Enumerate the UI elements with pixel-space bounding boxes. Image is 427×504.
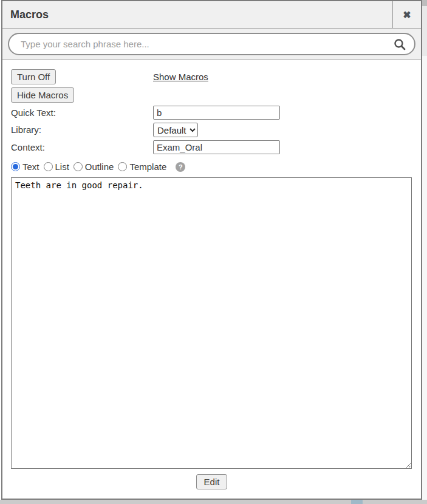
outline-radio[interactable] <box>73 162 83 171</box>
help-icon[interactable]: ? <box>176 162 185 172</box>
quick-text-row: Quick Text: <box>11 106 412 120</box>
close-icon: ✖ <box>403 9 411 21</box>
toolbar-row-2: Hide Macros <box>11 87 412 103</box>
radio-option-text: Text <box>11 162 39 172</box>
turn-off-button[interactable]: Turn Off <box>11 69 56 84</box>
search-strip <box>2 29 421 60</box>
library-row: Library: Default <box>11 123 412 137</box>
list-radio[interactable] <box>44 162 53 171</box>
library-select[interactable]: Default <box>153 123 198 137</box>
library-label: Library: <box>11 124 41 135</box>
type-options-row: Text List Outline Template ? <box>11 162 412 172</box>
search-input[interactable] <box>19 38 394 50</box>
background-page-scrollbar <box>422 0 427 500</box>
background-page-accent <box>351 500 363 504</box>
dialog-title: Macros <box>2 1 392 28</box>
context-label: Context: <box>11 142 45 152</box>
edit-button[interactable]: Edit <box>196 474 228 489</box>
template-radio-label[interactable]: Template <box>129 162 166 172</box>
show-macros-link[interactable]: Show Macros <box>153 72 208 82</box>
quick-text-input[interactable] <box>153 106 280 120</box>
search-bar <box>8 33 415 55</box>
text-radio[interactable] <box>11 162 20 171</box>
radio-option-template: Template <box>118 162 166 172</box>
context-row: Context: <box>11 140 412 154</box>
toolbar-row-1: Turn Off Show Macros <box>11 69 412 84</box>
search-icon[interactable] <box>394 38 406 50</box>
scrollbar-thumb[interactable] <box>422 0 427 6</box>
dialog-titlebar: Macros ✖ <box>2 1 421 29</box>
text-radio-label[interactable]: Text <box>22 162 39 172</box>
context-input[interactable] <box>153 140 280 154</box>
hide-macros-button[interactable]: Hide Macros <box>11 87 74 103</box>
macro-content-textarea[interactable]: Teeth are in good repair. <box>11 177 412 469</box>
quick-text-label: Quick Text: <box>11 107 56 118</box>
list-radio-label[interactable]: List <box>55 162 69 172</box>
dialog-footer: Edit <box>11 469 412 489</box>
radio-option-list: List <box>44 162 69 172</box>
outline-radio-label[interactable]: Outline <box>85 162 114 172</box>
macros-dialog: Macros ✖ Turn Off Show Macros Hide Macr <box>1 0 422 500</box>
template-radio[interactable] <box>118 162 127 171</box>
close-button[interactable]: ✖ <box>392 1 421 28</box>
dialog-content: Turn Off Show Macros Hide Macros Quick T… <box>2 60 421 499</box>
scrollbar-track <box>422 0 427 56</box>
background-page-edge <box>0 500 427 504</box>
radio-option-outline: Outline <box>73 162 114 172</box>
